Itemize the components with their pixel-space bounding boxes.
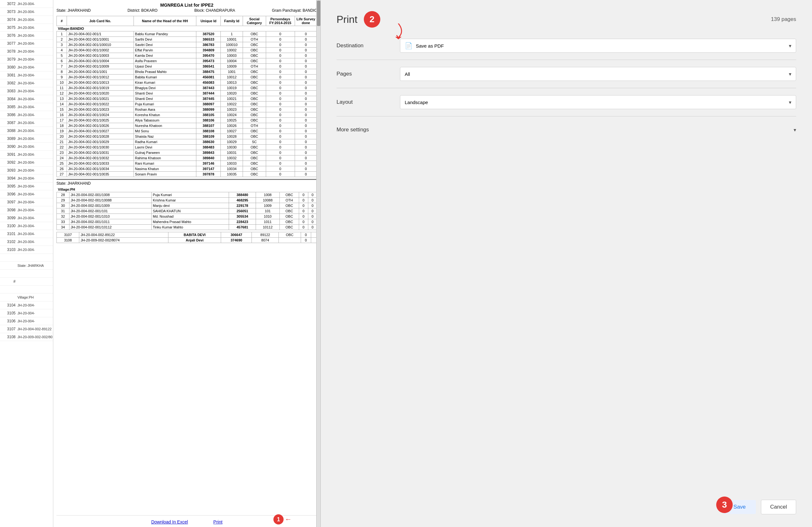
sidebar-row-item: 3089JH-20-004-: [0, 135, 53, 143]
sidebar-row-item: 3103JH-20-004-: [0, 246, 53, 254]
sidebar-row-item: 3107JH-20-004-002-89122: [0, 325, 53, 333]
table-row: 16 JH-20-004-002-001/10024 Koresha Khatu…: [57, 112, 317, 118]
col-name: Name of the Head of the HH: [133, 16, 196, 26]
sidebar-row-item: 3105JH-20-004-: [0, 309, 53, 317]
col-unique: Unique Id: [196, 16, 221, 26]
table-row: 2 JH-20-004-002-001/10001 Sarthi Devi 38…: [57, 37, 317, 42]
pdf-icon: 📄: [405, 42, 413, 49]
sidebar-row-item: 3097JH-20-004-: [0, 198, 53, 206]
col-jobcard: Job Card No.: [67, 16, 133, 26]
sidebar-row-item: 3075JH-20-004-: [0, 24, 53, 32]
sidebar-row-item: 3106JH-20-004-: [0, 317, 53, 325]
sidebar-row-item: 3095JH-20-004-: [0, 182, 53, 190]
sidebar-row-item: [0, 254, 53, 262]
sidebar-row-item: 3077JH-20-004-: [0, 40, 53, 47]
table-row: 30 JH-20-004-002-001/1009 Manju devi 229…: [57, 203, 317, 209]
pages-chevron-icon: ▾: [789, 71, 792, 77]
table-row: 11 JH-20-004-002-001/10019 Bhagiya Devi …: [57, 85, 317, 91]
table-row: 12 JH-20-004-002-001/10020 Shanti Devi 3…: [57, 91, 317, 96]
table-row: 24 JH-20-004-002-001/10032 Rahima Khatoo…: [57, 155, 317, 161]
doc-title: MGNREGA List for IPPE2: [56, 2, 317, 8]
table-row: 18 JH-20-004-002-001/10026 Nuresha Khato…: [57, 123, 317, 128]
pages-value: All: [405, 71, 410, 77]
arrow-1-annotation: 1 ←: [273, 514, 292, 525]
cancel-button[interactable]: Cancel: [761, 500, 796, 514]
layout-row: Layout Landscape ▾: [336, 95, 796, 116]
second-table: Village:PH 28 JH-20-004-002-001/1008 Puj…: [56, 187, 317, 230]
table-row: 3107 JH-20-004-002-89122 BABITA DEVI 306…: [57, 232, 317, 238]
sidebar-row-item: 3083JH-20-004-: [0, 87, 53, 95]
table-row: 10 JH-20-004-002-001/10013 Kiran Kumari …: [57, 80, 317, 85]
table-row: 31 JH-20-004-002-001/101 SAHIDA KHATUN 2…: [57, 209, 317, 214]
sidebar-row-item: 3074JH-20-004-: [0, 16, 53, 24]
table-row: 5 JH-20-004-002-001/10003 Kamla Devi 395…: [57, 53, 317, 58]
sidebar-row-item: 3104JH-20-004-: [0, 301, 53, 309]
scrollbar[interactable]: [316, 0, 320, 527]
print-link[interactable]: Print: [214, 519, 223, 525]
doc-district: District: BOKARO: [128, 8, 158, 13]
table-row: 8 JH-20-004-002-001/1001 Bhola Prasad Ma…: [57, 69, 317, 74]
print-title: Print: [336, 14, 358, 25]
table-row: 6 JH-20-004-002-001/10004 Asifa Praveen …: [57, 58, 317, 64]
sidebar-row-item: 3087JH-20-004-: [0, 119, 53, 127]
table-row: 7 JH-20-004-002-001/10009 Upasi Devi 386…: [57, 64, 317, 69]
pages-count: 139 pages: [771, 16, 796, 23]
badge-1: 1: [273, 514, 284, 525]
col-survey: Life Survey done: [295, 16, 317, 26]
destination-label: Destination: [336, 43, 400, 49]
sidebar-row-item: 3084JH-20-004-: [0, 95, 53, 103]
main-table: # Job Card No. Name of the Head of the H…: [56, 16, 317, 177]
more-settings-label: More settings: [336, 127, 369, 133]
print-title-area: Print 2: [336, 11, 380, 28]
pages-row: Pages All ▾: [336, 67, 796, 88]
badge-3: 3: [716, 497, 733, 513]
download-excel-link[interactable]: Download In Excel: [151, 519, 188, 525]
sidebar-row-item: 3108JH-20-009-002-002/8074: [0, 333, 53, 341]
col-social: Social Category: [243, 16, 266, 26]
sidebar-row-item: 3088JH-20-004-: [0, 127, 53, 135]
table-row: 17 JH-20-004-002-001/10025 Aliya Tabassu…: [57, 118, 317, 123]
table-row: 19 JH-20-004-002-001/10027 Md Sonu 38810…: [57, 128, 317, 134]
sidebar-row-item: 3073JH-20-004-: [0, 8, 53, 16]
layout-chevron-icon: ▾: [789, 99, 792, 105]
table-row: 23 JH-20-004-002-001/10031 Gulnaj Parwee…: [57, 150, 317, 155]
destination-row: Destination 📄 Save as PDF ▾: [336, 39, 796, 60]
destination-select[interactable]: 📄 Save as PDF ▾: [400, 39, 796, 53]
table-row: 29 JH-20-004-002-001/10088 Krishna Kumar…: [57, 198, 317, 203]
sidebar-row-item: #: [0, 277, 53, 286]
sidebar-row-item: 3078JH-20-004-: [0, 47, 53, 56]
sidebar-row-item: 3102JH-20-004-: [0, 238, 53, 246]
sidebar-row-item: 3093JH-20-004-: [0, 167, 53, 174]
table-row: 3 JH-20-004-002-001/100010 Savitri Devi …: [57, 42, 317, 47]
second-page-divider: [56, 179, 317, 180]
sidebar-row-item: 3096JH-20-004-: [0, 190, 53, 198]
sidebar-row-item: 3101JH-20-004-: [0, 230, 53, 238]
table-row: 15 JH-20-004-002-001/10023 Roshan Aara 3…: [57, 107, 317, 112]
bottom-links-bar: 1 ← Download In Excel Print: [56, 515, 317, 527]
sidebar-row-item: Village:PH: [0, 294, 53, 301]
col-persondays: Persondays FY:2014-2015: [266, 16, 295, 26]
extra-rows-area: 3107 JH-20-004-002-89122 BABITA DEVI 306…: [56, 232, 317, 243]
sidebar-row-item: 3072JH-20-004-: [0, 0, 53, 8]
doc-state: State: JHARKHAND: [56, 8, 91, 13]
sidebar-row-item: 3080JH-20-004-: [0, 63, 53, 71]
table-row: 13 JH-20-004-002-001/10021 Shanti Devi 3…: [57, 96, 317, 101]
layout-value: Landscape: [405, 100, 428, 105]
arrow-1-icon: ←: [285, 515, 292, 524]
col-num: #: [57, 16, 67, 26]
table-row: 28 JH-20-004-002-001/1008 Puja Kumari 38…: [57, 192, 317, 198]
layout-label: Layout: [336, 99, 400, 105]
pages-select[interactable]: All ▾: [400, 67, 796, 81]
layout-select[interactable]: Landscape ▾: [400, 95, 796, 109]
more-settings-row[interactable]: More settings ▾: [336, 124, 796, 136]
table-row: 9 JH-20-004-002-001/10012 Babita Kumari …: [57, 74, 317, 80]
extra-table: 3107 JH-20-004-002-89122 BABITA DEVI 306…: [56, 232, 317, 243]
table-row: 14 JH-20-004-002-001/10022 Puja Kumari 3…: [57, 101, 317, 107]
row-numbers-sidebar: 3072JH-20-004-3073JH-20-004-3074JH-20-00…: [0, 0, 53, 527]
sidebar-row-item: [0, 270, 53, 277]
svg-marker-0: [395, 37, 402, 39]
badge-3-container: 3: [716, 497, 733, 513]
table-row: 25 JH-20-004-002-001/10033 Rani Kumari 3…: [57, 161, 317, 166]
sidebar-row-item: State: JHARKHA: [0, 262, 53, 270]
table-row: 33 JH-20-004-002-001/1011 Mahendra Prasa…: [57, 219, 317, 225]
